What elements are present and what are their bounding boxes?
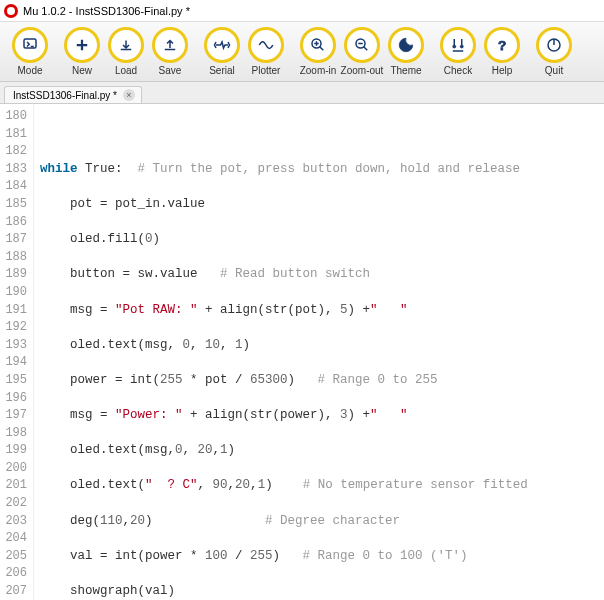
serial-icon [204,27,240,63]
svg-text:?: ? [498,38,506,53]
tab-close-icon[interactable]: × [123,89,135,101]
help-icon: ? [484,27,520,63]
code-line: deg(110,20) # Degree character [40,513,598,531]
code-line: power = int(255 * pot / 65300) # Range 0… [40,372,598,390]
code-line: while True: # Turn the pot, press button… [40,161,598,179]
code-line [40,126,598,144]
code-line: oled.text(msg,0, 20,1) [40,442,598,460]
zoom-out-icon [344,27,380,63]
tab-label: InstSSD1306-Final.py * [13,90,117,101]
check-button[interactable]: Check [436,27,480,76]
code-area[interactable]: while True: # Turn the pot, press button… [34,104,604,600]
check-icon [440,27,476,63]
svg-point-3 [453,45,456,48]
quit-icon [536,27,572,63]
tabbar: InstSSD1306-Final.py * × [0,82,604,104]
save-icon [152,27,188,63]
tab-file[interactable]: InstSSD1306-Final.py * × [4,86,142,103]
code-line: val = int(power * 100 / 255) # Range 0 t… [40,548,598,566]
quit-button[interactable]: Quit [532,27,576,76]
save-button[interactable]: Save [148,27,192,76]
theme-button[interactable]: Theme [384,27,428,76]
mode-button[interactable]: Mode [8,27,52,76]
zoom-out-button[interactable]: Zoom-out [340,27,384,76]
code-line: oled.text(" ? C", 90,20,1) # No temperat… [40,477,598,495]
code-line: pot = pot_in.value [40,196,598,214]
zoom-in-icon [300,27,336,63]
code-line: showgraph(val) [40,583,598,600]
mode-icon [12,27,48,63]
code-line: oled.text(msg, 0, 10, 1) [40,337,598,355]
load-icon [108,27,144,63]
plotter-icon [248,27,284,63]
new-button[interactable]: New [60,27,104,76]
toolbar: Mode New Load Save Serial Plotter Zoom-i… [0,22,604,82]
svg-rect-0 [24,39,36,48]
zoom-in-button[interactable]: Zoom-in [296,27,340,76]
window-title: Mu 1.0.2 - InstSSD1306-Final.py * [23,5,190,17]
titlebar: Mu 1.0.2 - InstSSD1306-Final.py * [0,0,604,22]
plotter-button[interactable]: Plotter [244,27,288,76]
theme-icon [388,27,424,63]
svg-point-4 [460,45,463,48]
code-line: msg = "Pot RAW: " + align(str(pot), 5) +… [40,302,598,320]
serial-button[interactable]: Serial [200,27,244,76]
plus-icon [64,27,100,63]
load-button[interactable]: Load [104,27,148,76]
editor[interactable]: 1801811821831841851861871881891901911921… [0,104,604,600]
help-button[interactable]: ?Help [480,27,524,76]
gutter: 1801811821831841851861871881891901911921… [0,104,34,600]
code-line: msg = "Power: " + align(str(power), 3) +… [40,407,598,425]
code-line: oled.fill(0) [40,231,598,249]
code-line: button = sw.value # Read button switch [40,266,598,284]
app-icon [4,4,18,18]
